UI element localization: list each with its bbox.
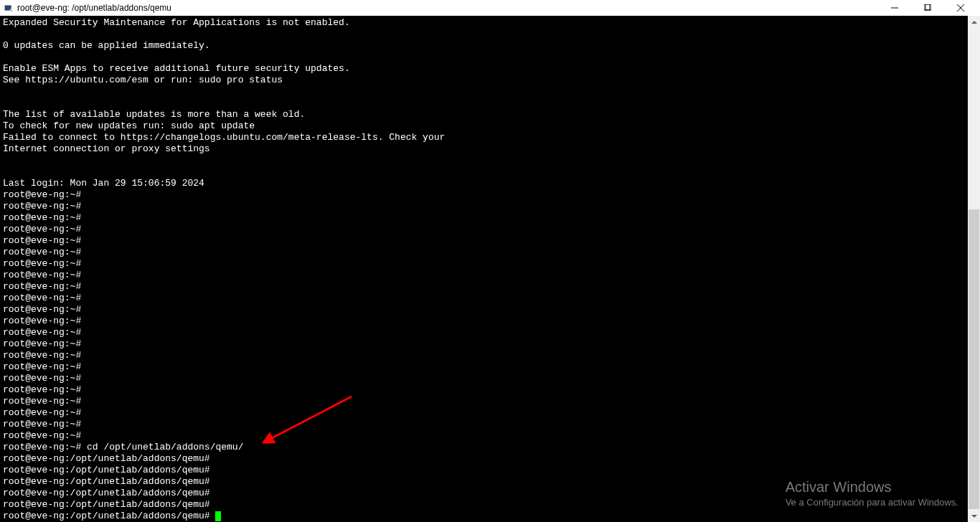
terminal-line: root@eve-ng:~# xyxy=(3,327,977,338)
terminal-line: Enable ESM Apps to receive additional fu… xyxy=(3,63,977,75)
terminal-line: The list of available updates is more th… xyxy=(3,109,977,120)
terminal-line: Expanded Security Maintenance for Applic… xyxy=(3,17,977,29)
terminal-line: root@eve-ng:~# xyxy=(3,281,977,293)
terminal-prompt-text: root@eve-ng:/opt/unetlab/addons/qemu# xyxy=(3,511,215,521)
terminal-line: root@eve-ng:/opt/unetlab/addons/qemu# xyxy=(3,453,977,465)
terminal-line: root@eve-ng:/opt/unetlab/addons/qemu# xyxy=(3,465,977,476)
scrollbar-down-button[interactable] xyxy=(968,510,980,522)
terminal-line: Failed to connect to https://changelogs.… xyxy=(3,132,977,143)
putty-icon xyxy=(3,2,14,14)
terminal-line: root@eve-ng:~# xyxy=(3,361,977,373)
terminal-line: root@eve-ng:~# xyxy=(3,373,977,384)
scrollbar-up-button[interactable] xyxy=(968,16,980,28)
terminal-line xyxy=(3,98,977,109)
terminal-line: root@eve-ng:~# xyxy=(3,224,977,235)
terminal-line: root@eve-ng:~# xyxy=(3,315,977,327)
terminal-line: root@eve-ng:~# xyxy=(3,293,977,304)
watermark-subtitle: Ve a Configuración para activar Windows. xyxy=(786,497,958,508)
window-title: root@eve-ng: /opt/unetlab/addons/qemu xyxy=(17,3,878,13)
maximize-button[interactable] xyxy=(911,0,944,16)
terminal-viewport[interactable]: Expanded Security Maintenance for Applic… xyxy=(0,16,980,522)
terminal-line xyxy=(3,29,977,40)
window-titlebar: root@eve-ng: /opt/unetlab/addons/qemu xyxy=(0,0,980,16)
terminal-line: root@eve-ng:~# xyxy=(3,338,977,350)
terminal-line xyxy=(3,52,977,63)
svg-rect-1 xyxy=(6,6,11,9)
terminal-line xyxy=(3,166,977,178)
terminal-line: root@eve-ng:~# xyxy=(3,350,977,361)
terminal-line: root@eve-ng:~# xyxy=(3,419,977,430)
terminal-line: See https://ubuntu.com/esm or run: sudo … xyxy=(3,75,977,86)
terminal-line xyxy=(3,155,977,166)
terminal-line: Last login: Mon Jan 29 15:06:59 2024 xyxy=(3,178,977,189)
terminal-line: root@eve-ng:~# xyxy=(3,235,977,247)
scrollbar-thumb[interactable] xyxy=(969,209,979,509)
terminal-line: root@eve-ng:~# xyxy=(3,384,977,396)
terminal-line xyxy=(3,86,977,98)
terminal-line: To check for new updates run: sudo apt u… xyxy=(3,120,977,132)
terminal-line: root@eve-ng:~# xyxy=(3,201,977,212)
terminal-line: Internet connection or proxy settings xyxy=(3,143,977,155)
watermark-title: Activar Windows xyxy=(786,479,958,495)
terminal-line: root@eve-ng:~# xyxy=(3,430,977,442)
terminal-line: root@eve-ng:~# xyxy=(3,212,977,224)
terminal-line: root@eve-ng:~# xyxy=(3,189,977,201)
terminal-line: root@eve-ng:~# cd /opt/unetlab/addons/qe… xyxy=(3,442,977,453)
terminal-line: 0 updates can be applied immediately. xyxy=(3,40,977,52)
scrollbar-track[interactable] xyxy=(968,16,980,522)
terminal-prompt-line[interactable]: root@eve-ng:/opt/unetlab/addons/qemu# xyxy=(3,511,977,522)
terminal-line: root@eve-ng:~# xyxy=(3,396,977,407)
svg-rect-5 xyxy=(925,4,931,10)
windows-activation-watermark: Activar Windows Ve a Configuración para … xyxy=(786,479,958,508)
terminal-line: root@eve-ng:~# xyxy=(3,247,977,258)
minimize-button[interactable] xyxy=(878,0,911,16)
window-controls xyxy=(878,0,977,16)
terminal-cursor xyxy=(215,511,221,521)
terminal-line: root@eve-ng:~# xyxy=(3,304,977,315)
terminal-line: root@eve-ng:~# xyxy=(3,258,977,270)
terminal-line: root@eve-ng:~# xyxy=(3,270,977,281)
close-button[interactable] xyxy=(944,0,977,16)
svg-rect-4 xyxy=(924,4,930,10)
svg-line-2 xyxy=(10,9,13,12)
terminal-line: root@eve-ng:~# xyxy=(3,407,977,419)
